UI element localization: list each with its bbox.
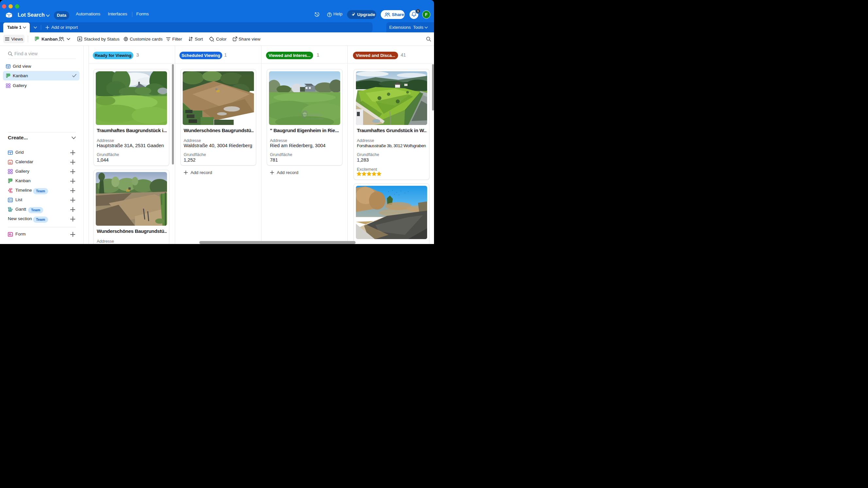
- svg-text:31: 31: [9, 162, 12, 164]
- svg-text:RE/MAX: RE/MAX: [302, 114, 308, 116]
- svg-text:RE/MAX: RE/MAX: [308, 113, 322, 117]
- svg-text:Donau-City-Immobilien: Donau-City-Immobilien: [306, 118, 324, 120]
